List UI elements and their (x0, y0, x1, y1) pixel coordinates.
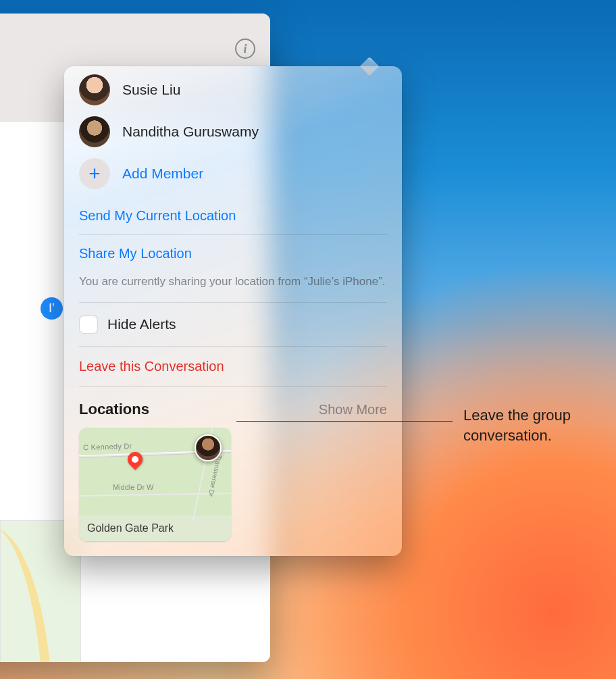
add-member-button[interactable]: + Add Member (64, 153, 402, 195)
location-map-thumbnail: C Kennedy Dr Middle Dr W Transverse Dr (79, 428, 231, 515)
member-row[interactable]: Nanditha Guruswamy (64, 111, 402, 153)
annotation-text: Leave the group conversation. (463, 405, 615, 445)
map-road-label: C Kennedy Dr (83, 442, 132, 452)
map-pin-icon (124, 449, 145, 470)
member-name: Nanditha Guruswamy (122, 124, 259, 140)
locations-title: Locations (79, 401, 149, 418)
avatar (79, 74, 110, 105)
message-bubble: I’ (41, 297, 63, 320)
share-location-caption: You are currently sharing your location … (79, 266, 387, 303)
hide-alerts-checkbox[interactable] (79, 315, 98, 334)
location-name: Golden Gate Park (79, 515, 231, 541)
leave-conversation-button[interactable]: Leave this Conversation (79, 347, 387, 387)
send-current-location-button[interactable]: Send My Current Location (79, 195, 387, 235)
add-member-label: Add Member (122, 166, 203, 182)
share-my-location-button[interactable]: Share My Location (79, 235, 387, 266)
details-popover: Susie Liu Nanditha Guruswamy + Add Membe… (64, 66, 402, 556)
hide-alerts-row[interactable]: Hide Alerts (79, 303, 387, 347)
member-name: Susie Liu (122, 82, 180, 98)
member-row[interactable]: Susie Liu (64, 69, 402, 111)
contact-location-avatar (195, 434, 222, 461)
show-more-button[interactable]: Show More (319, 402, 387, 418)
location-card[interactable]: C Kennedy Dr Middle Dr W Transverse Dr G… (79, 428, 231, 541)
avatar (79, 116, 110, 147)
plus-icon: + (79, 158, 110, 189)
hide-alerts-label: Hide Alerts (107, 316, 176, 332)
annotation-leader-line (236, 421, 453, 422)
details-button[interactable]: i (235, 39, 255, 59)
map-road-label: Middle Dr W (113, 483, 154, 491)
